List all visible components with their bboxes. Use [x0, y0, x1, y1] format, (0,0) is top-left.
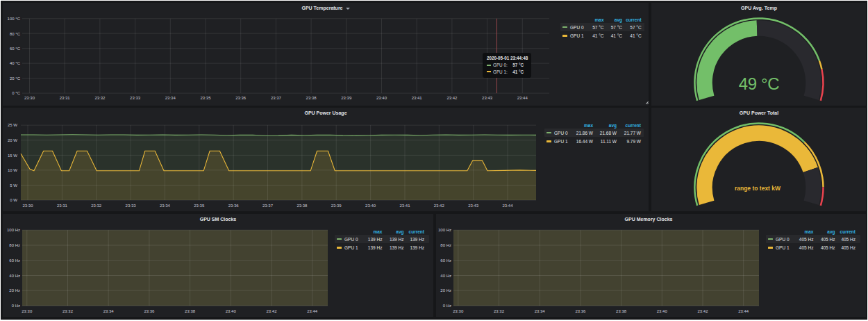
svg-text:23:42: 23:42	[697, 309, 708, 313]
svg-text:23:30: 23:30	[22, 309, 33, 313]
svg-text:25 W: 25 W	[8, 123, 17, 127]
svg-text:60 Hz: 60 Hz	[440, 258, 451, 263]
svg-text:23:35: 23:35	[194, 204, 205, 208]
svg-text:23:34: 23:34	[160, 204, 171, 208]
svg-text:23:40: 23:40	[365, 204, 376, 208]
svg-text:23:38: 23:38	[185, 309, 196, 313]
svg-text:80 Hz: 80 Hz	[9, 243, 20, 247]
svg-text:23:36: 23:36	[144, 309, 155, 313]
svg-text:23:43: 23:43	[468, 204, 479, 208]
svg-text:23:36: 23:36	[235, 96, 247, 100]
svg-text:23:38: 23:38	[616, 309, 627, 313]
svg-text:40 Hz: 40 Hz	[9, 274, 20, 278]
svg-text:23:38: 23:38	[297, 204, 308, 208]
svg-text:0 Hz: 0 Hz	[12, 304, 20, 308]
svg-text:23:36: 23:36	[575, 309, 586, 313]
svg-text:23:39: 23:39	[331, 204, 342, 208]
svg-text:23:33: 23:33	[130, 96, 141, 100]
svg-text:100 Hz: 100 Hz	[438, 228, 451, 232]
svg-text:5 W: 5 W	[10, 183, 17, 188]
svg-text:23:36: 23:36	[228, 204, 240, 208]
svg-text:23:41: 23:41	[412, 96, 423, 100]
svg-text:0 Hz: 0 Hz	[443, 304, 451, 308]
svg-text:23:42: 23:42	[266, 309, 277, 313]
svg-text:23:37: 23:37	[262, 204, 274, 208]
svg-text:60 °C: 60 °C	[10, 47, 21, 51]
svg-text:23:34: 23:34	[165, 96, 176, 100]
svg-text:23:32: 23:32	[62, 309, 74, 313]
svg-text:23:44: 23:44	[307, 309, 318, 313]
svg-text:23:44: 23:44	[517, 96, 528, 100]
svg-text:23:44: 23:44	[738, 309, 749, 313]
svg-text:23:35: 23:35	[200, 96, 211, 100]
svg-text:23:32: 23:32	[494, 309, 505, 313]
svg-text:23:32: 23:32	[91, 204, 102, 208]
svg-text:23:40: 23:40	[226, 309, 237, 313]
svg-text:0 °C: 0 °C	[12, 91, 20, 95]
svg-text:23:43: 23:43	[482, 96, 493, 100]
svg-text:23:41: 23:41	[399, 204, 410, 208]
svg-text:20 Hz: 20 Hz	[440, 288, 451, 293]
svg-text:23:38: 23:38	[306, 96, 317, 100]
svg-text:80 Hz: 80 Hz	[440, 243, 451, 247]
svg-text:23:40: 23:40	[376, 96, 387, 100]
svg-text:23:31: 23:31	[57, 204, 68, 208]
svg-text:23:30: 23:30	[453, 309, 464, 313]
svg-text:20 W: 20 W	[8, 138, 17, 142]
svg-text:40 °C: 40 °C	[10, 61, 21, 65]
svg-text:23:42: 23:42	[434, 204, 445, 208]
svg-text:0 W: 0 W	[10, 198, 17, 202]
svg-text:23:39: 23:39	[341, 96, 352, 100]
svg-text:20 Hz: 20 Hz	[9, 288, 20, 293]
svg-text:10 W: 10 W	[8, 168, 17, 172]
svg-text:40 Hz: 40 Hz	[440, 274, 451, 278]
svg-text:23:34: 23:34	[535, 309, 546, 313]
svg-text:20 °C: 20 °C	[10, 76, 21, 81]
svg-text:23:30: 23:30	[22, 204, 33, 208]
svg-text:100 °C: 100 °C	[8, 17, 21, 21]
svg-text:23:40: 23:40	[657, 309, 668, 313]
svg-text:23:37: 23:37	[271, 96, 282, 100]
svg-text:23:32: 23:32	[94, 96, 106, 100]
svg-text:100 Hz: 100 Hz	[7, 228, 20, 232]
svg-text:23:44: 23:44	[502, 204, 513, 208]
svg-text:15 W: 15 W	[8, 154, 17, 158]
svg-text:80 °C: 80 °C	[10, 32, 21, 36]
svg-text:60 Hz: 60 Hz	[9, 258, 20, 263]
svg-text:23:30: 23:30	[24, 96, 35, 100]
svg-text:23:34: 23:34	[103, 309, 115, 313]
svg-text:23:42: 23:42	[446, 96, 458, 100]
svg-text:23:31: 23:31	[60, 96, 71, 100]
svg-text:23:33: 23:33	[126, 204, 137, 208]
